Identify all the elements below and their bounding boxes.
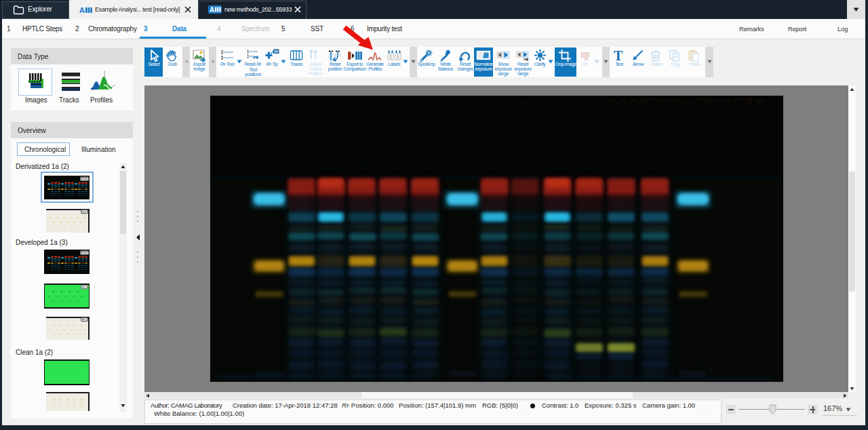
- svg-text:CM: CM: [82, 317, 87, 321]
- svg-text:T: T: [614, 49, 623, 62]
- svg-text:CM: CM: [82, 210, 87, 214]
- svg-text:CM: CM: [82, 285, 87, 289]
- svg-text:A: A: [79, 6, 85, 14]
- svg-text:A: A: [210, 6, 214, 14]
- svg-text:HDR: HDR: [81, 177, 89, 181]
- svg-text:HDR: HDR: [81, 251, 89, 255]
